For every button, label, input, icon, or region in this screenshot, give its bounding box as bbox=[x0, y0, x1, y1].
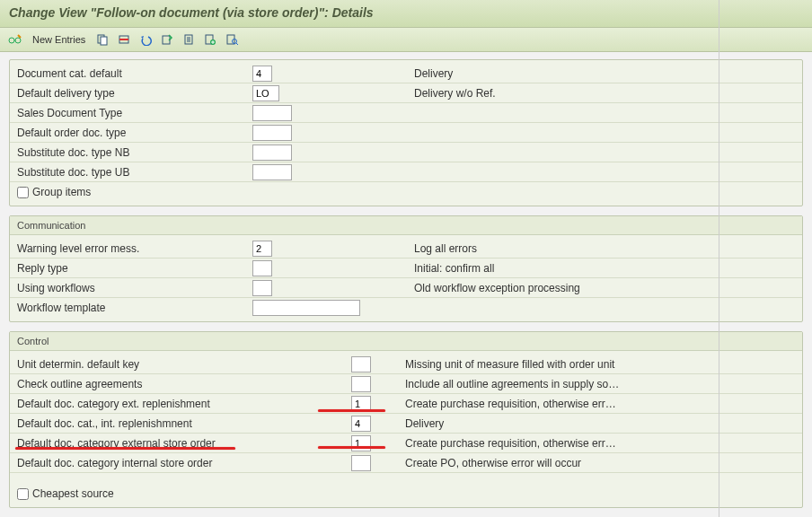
doc-add-icon[interactable] bbox=[202, 31, 218, 48]
checkbox-label: Group items bbox=[32, 186, 91, 198]
svg-rect-3 bbox=[101, 37, 107, 45]
default-order-doc-type-input[interactable] bbox=[252, 125, 292, 141]
content: Document cat. default Delivery Default d… bbox=[0, 52, 812, 517]
row-doc-cat-int-replen: Default doc. cat., int. replenishmnent D… bbox=[10, 414, 802, 434]
pane-divider bbox=[719, 0, 719, 517]
row-unit-determin: Unit determin. default key Missing unit … bbox=[10, 355, 802, 374]
field-label: Substitute doc. type NB bbox=[10, 146, 252, 159]
field-label: Sales Document Type bbox=[10, 107, 252, 119]
field-desc: Create purchase requisition, otherwise e… bbox=[387, 437, 802, 450]
row-doc-cat-default: Document cat. default Delivery bbox=[10, 64, 802, 83]
field-label: Default doc. cat., int. replenishmnent bbox=[10, 417, 351, 430]
row-warning-level: Warning level error mess. Log all errors bbox=[10, 239, 802, 258]
group-communication: Communication Warning level error mess. … bbox=[9, 215, 803, 322]
annotation-mark bbox=[15, 447, 235, 450]
annotation-mark bbox=[318, 446, 385, 449]
field-desc: Delivery bbox=[396, 67, 802, 80]
field-desc: Delivery w/o Ref. bbox=[396, 87, 802, 100]
row-workflow-template: Workflow template bbox=[10, 298, 802, 318]
delete-icon[interactable] bbox=[116, 31, 132, 48]
group-main: Document cat. default Delivery Default d… bbox=[9, 59, 803, 206]
page-title: Change View "Follow-on document (via sto… bbox=[0, 0, 812, 28]
workflow-template-input[interactable] bbox=[252, 300, 360, 316]
doc-cat-default-input[interactable] bbox=[252, 66, 272, 82]
svg-rect-5 bbox=[119, 39, 128, 40]
row-reply-type: Reply type Initial: confirm all bbox=[10, 258, 802, 278]
field-label: Default doc. category internal store ord… bbox=[10, 457, 351, 469]
sub-doc-type-nb-input[interactable] bbox=[252, 145, 292, 161]
row-sales-doc-type: Sales Document Type bbox=[10, 103, 802, 123]
row-using-workflows: Using workflows Old workflow exception p… bbox=[10, 278, 802, 298]
row-sub-doc-type-ub: Substitute doc. type UB bbox=[10, 162, 802, 182]
group-title: Communication bbox=[10, 216, 802, 235]
save-next-icon[interactable] bbox=[159, 31, 175, 48]
warning-level-input[interactable] bbox=[252, 241, 272, 257]
field-label: Unit determin. default key bbox=[10, 358, 351, 371]
doc-cat-int-store-input[interactable] bbox=[351, 455, 371, 471]
row-default-order-doc-type: Default order doc. type bbox=[10, 123, 802, 143]
field-desc: Log all errors bbox=[396, 242, 802, 255]
field-label: Workflow template bbox=[10, 302, 252, 314]
glasses-pencil-icon[interactable] bbox=[7, 31, 23, 48]
field-label: Warning level error mess. bbox=[10, 242, 252, 255]
group-control: Control Unit determin. default key Missi… bbox=[9, 331, 803, 508]
field-label: Reply type bbox=[10, 262, 252, 275]
row-doc-cat-ext-replen: Default doc. category ext. replenishment… bbox=[10, 394, 802, 414]
field-desc: Missing unit of measure filled with orde… bbox=[387, 358, 802, 371]
field-label: Default doc. category ext. replenishment bbox=[10, 398, 351, 410]
field-label: Substitute doc. type UB bbox=[10, 166, 252, 179]
doc-icon[interactable] bbox=[181, 31, 197, 48]
field-desc: Delivery bbox=[387, 417, 802, 430]
field-label: Check outline agreements bbox=[10, 378, 351, 390]
field-desc: Include all outline agreements in supply… bbox=[387, 378, 802, 390]
unit-determin-input[interactable] bbox=[351, 356, 371, 372]
toolbar: New Entries bbox=[0, 28, 812, 52]
row-group-items: Group items bbox=[10, 182, 802, 202]
row-doc-cat-int-store: Default doc. category internal store ord… bbox=[10, 453, 802, 473]
field-label: Using workflows bbox=[10, 282, 252, 294]
undo-icon[interactable] bbox=[137, 31, 154, 48]
annotation-mark bbox=[318, 409, 385, 412]
sales-doc-type-input[interactable] bbox=[252, 105, 292, 121]
field-label: Default order doc. type bbox=[10, 127, 252, 139]
svg-point-0 bbox=[9, 38, 14, 43]
copy-icon[interactable] bbox=[94, 31, 110, 48]
checkbox-label: Cheapest source bbox=[32, 487, 114, 500]
field-desc: Initial: confirm all bbox=[396, 262, 802, 275]
reply-type-input[interactable] bbox=[252, 260, 272, 276]
row-sub-doc-type-nb: Substitute doc. type NB bbox=[10, 143, 802, 162]
row-cheapest-source: Cheapest source bbox=[10, 484, 802, 504]
group-items-checkbox[interactable] bbox=[17, 187, 29, 198]
row-default-delivery-type: Default delivery type Delivery w/o Ref. bbox=[10, 83, 802, 103]
group-title: Control bbox=[10, 332, 802, 351]
doc-cat-int-replen-input[interactable] bbox=[351, 416, 371, 432]
cheapest-source-checkbox[interactable] bbox=[17, 488, 29, 500]
field-desc: Old workflow exception processing bbox=[396, 282, 802, 294]
field-desc: Create PO, otherwise error will occur bbox=[387, 457, 802, 469]
new-entries-button[interactable]: New Entries bbox=[29, 34, 89, 45]
using-workflows-input[interactable] bbox=[252, 280, 272, 296]
field-desc: Create purchase requisition, otherwise e… bbox=[387, 398, 802, 410]
field-label: Document cat. default bbox=[10, 67, 252, 80]
check-outline-input[interactable] bbox=[351, 376, 371, 392]
row-check-outline: Check outline agreements Include all out… bbox=[10, 374, 802, 394]
field-label: Default delivery type bbox=[10, 87, 252, 100]
sub-doc-type-ub-input[interactable] bbox=[252, 164, 292, 180]
default-delivery-type-input[interactable] bbox=[252, 85, 279, 101]
doc-search-icon[interactable] bbox=[224, 31, 240, 48]
row-doc-cat-ext-store: Default doc. category external store ord… bbox=[10, 434, 802, 453]
svg-point-1 bbox=[15, 38, 21, 43]
